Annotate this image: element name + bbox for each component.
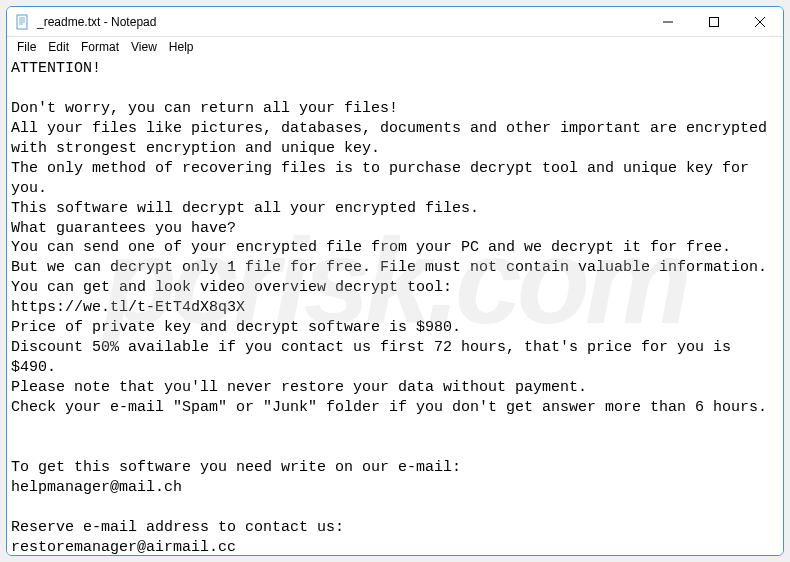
minimize-button[interactable] bbox=[645, 7, 691, 37]
maximize-button[interactable] bbox=[691, 7, 737, 37]
menu-file[interactable]: File bbox=[11, 38, 42, 56]
window-title: _readme.txt - Notepad bbox=[37, 15, 645, 29]
menubar: File Edit Format View Help bbox=[7, 37, 783, 57]
menu-format[interactable]: Format bbox=[75, 38, 125, 56]
titlebar[interactable]: _readme.txt - Notepad bbox=[7, 7, 783, 37]
notepad-icon bbox=[15, 14, 31, 30]
svg-rect-6 bbox=[710, 18, 719, 27]
window-controls bbox=[645, 7, 783, 36]
menu-edit[interactable]: Edit bbox=[42, 38, 75, 56]
notepad-window: _readme.txt - Notepad File Edit Format V… bbox=[6, 6, 784, 556]
close-button[interactable] bbox=[737, 7, 783, 37]
menu-view[interactable]: View bbox=[125, 38, 163, 56]
text-content[interactable]: ATTENTION! Don't worry, you can return a… bbox=[7, 57, 783, 555]
menu-help[interactable]: Help bbox=[163, 38, 200, 56]
